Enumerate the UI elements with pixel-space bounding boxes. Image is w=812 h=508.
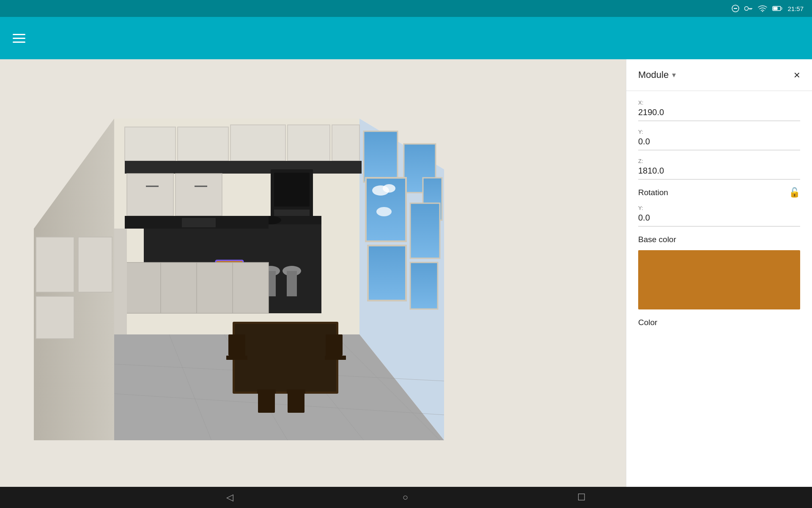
recents-button[interactable]: ☐	[577, 492, 586, 503]
z-label: Z:	[638, 158, 800, 164]
color-section-label: Color	[638, 318, 800, 327]
nav-bar: ◁ ○ ☐	[0, 487, 812, 508]
key-icon	[744, 6, 753, 11]
svg-rect-17	[368, 246, 406, 301]
close-button[interactable]: ×	[794, 69, 800, 80]
panel-body: X: 2190.0 Y: 0.0 Z: 1810.0 Rotation 🔓 Y:	[626, 91, 812, 487]
main-content: Module ▾ × X: 2190.0 Y: 0.0 Z: 1810.0	[0, 59, 812, 487]
svg-rect-38	[125, 161, 362, 174]
svg-rect-35	[230, 125, 285, 161]
svg-rect-8	[774, 7, 778, 10]
room-view[interactable]	[0, 59, 626, 487]
svg-rect-18	[410, 262, 438, 309]
y-label: Y:	[638, 129, 800, 135]
svg-rect-37	[332, 125, 359, 161]
rotation-label: Rotation	[638, 188, 668, 197]
base-color-swatch[interactable]	[638, 250, 800, 309]
back-button[interactable]: ◁	[226, 492, 233, 503]
svg-rect-36	[288, 125, 330, 161]
x-label: X:	[638, 99, 800, 106]
svg-rect-45	[274, 210, 310, 216]
battery-icon	[772, 6, 782, 11]
rotation-section-header: Rotation 🔓	[638, 187, 800, 198]
svg-rect-30	[36, 237, 74, 292]
status-icons: 21:57	[732, 5, 804, 12]
y-value[interactable]: 0.0	[638, 137, 800, 150]
svg-rect-65	[325, 356, 346, 360]
panel-header: Module ▾ ×	[626, 59, 812, 91]
svg-rect-34	[178, 127, 228, 161]
svg-rect-75	[182, 218, 216, 227]
z-position-group: Z: 1810.0	[638, 158, 800, 179]
svg-rect-69	[287, 389, 305, 394]
svg-rect-44	[274, 173, 310, 207]
svg-rect-39	[127, 174, 173, 216]
panel-title: Module	[638, 69, 669, 80]
svg-rect-64	[326, 334, 343, 356]
svg-rect-33	[125, 127, 176, 161]
status-bar: 21:57	[0, 0, 812, 17]
z-value[interactable]: 1810.0	[638, 166, 800, 179]
home-button[interactable]: ○	[403, 492, 408, 503]
wifi-icon	[758, 5, 767, 12]
svg-rect-68	[257, 389, 276, 394]
base-color-label: Base color	[638, 235, 800, 244]
svg-rect-66	[258, 392, 275, 413]
svg-rect-40	[176, 174, 222, 216]
rotation-y-label: Y:	[638, 205, 800, 211]
panel-title-area: Module ▾	[638, 69, 676, 80]
svg-rect-76	[114, 229, 127, 334]
svg-rect-61	[235, 324, 336, 392]
svg-rect-63	[226, 356, 247, 360]
svg-rect-12	[364, 131, 398, 182]
svg-rect-32	[78, 237, 112, 292]
rotation-y-value[interactable]: 0.0	[638, 213, 800, 226]
minus-circle-icon	[732, 5, 739, 12]
status-time: 21:57	[787, 5, 804, 12]
app-bar	[0, 17, 812, 59]
rotation-y-group: Y: 0.0	[638, 205, 800, 226]
svg-rect-31	[36, 296, 74, 339]
y-position-group: Y: 0.0	[638, 129, 800, 150]
svg-point-21	[376, 207, 392, 216]
panel-dropdown-icon[interactable]: ▾	[672, 70, 676, 80]
svg-point-6	[762, 11, 763, 12]
svg-rect-67	[288, 392, 304, 413]
room-scene	[0, 59, 626, 487]
svg-rect-62	[228, 334, 245, 356]
right-panel: Module ▾ × X: 2190.0 Y: 0.0 Z: 1810.0	[626, 59, 812, 487]
x-position-group: X: 2190.0	[638, 99, 800, 121]
svg-point-2	[745, 7, 749, 11]
x-value[interactable]: 2190.0	[638, 108, 800, 121]
lock-icon[interactable]: 🔓	[789, 187, 800, 198]
svg-point-20	[383, 184, 395, 193]
svg-rect-16	[410, 203, 440, 258]
svg-rect-56	[287, 271, 297, 296]
hamburger-menu-icon[interactable]	[13, 34, 25, 43]
